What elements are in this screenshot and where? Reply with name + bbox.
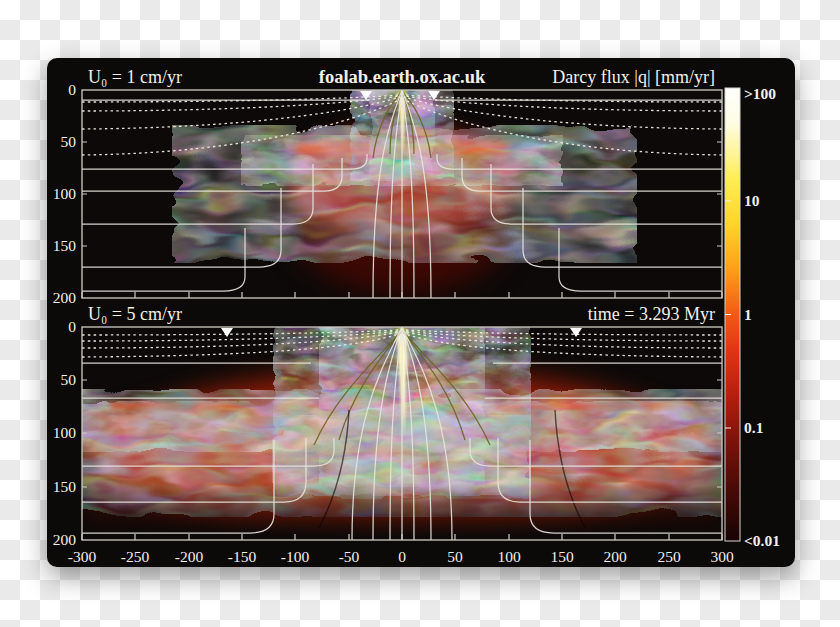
svg-text:-250: -250 bbox=[121, 548, 150, 565]
svg-text:150: 150 bbox=[53, 237, 77, 254]
x-axis-labels: -300 -250 -200 -150 -100 -50 0 50 100 15… bbox=[68, 548, 734, 565]
top-panel-heatmap bbox=[82, 89, 722, 298]
bottom-panel-heatmap bbox=[82, 326, 722, 541]
svg-text:0: 0 bbox=[68, 81, 76, 98]
svg-text:50: 50 bbox=[61, 371, 77, 388]
svg-text:0: 0 bbox=[68, 318, 76, 335]
spreading-rate-label-top: U₀ = 1 cm/yr bbox=[88, 67, 182, 87]
svg-text:50: 50 bbox=[447, 548, 463, 565]
colorbar-label-10: 10 bbox=[744, 192, 760, 209]
colorbar-label-0p1: 0.1 bbox=[744, 419, 763, 436]
svg-text:-50: -50 bbox=[339, 548, 360, 565]
svg-text:-100: -100 bbox=[281, 548, 310, 565]
colorbar-title: Darcy flux |q| [mm/yr] bbox=[552, 67, 715, 87]
svg-text:300: 300 bbox=[710, 548, 734, 565]
svg-text:0: 0 bbox=[398, 548, 406, 565]
svg-text:-200: -200 bbox=[175, 548, 204, 565]
time-label: time = 3.293 Myr bbox=[588, 304, 715, 324]
svg-text:-300: -300 bbox=[68, 548, 97, 565]
svg-text:150: 150 bbox=[53, 478, 77, 495]
svg-text:100: 100 bbox=[53, 424, 77, 441]
y-axis-labels-top: 0 50 100 150 200 bbox=[53, 81, 77, 306]
svg-text:100: 100 bbox=[53, 185, 77, 202]
colorbar: >100 10 1 0.1 <0.01 bbox=[725, 85, 780, 549]
svg-text:100: 100 bbox=[497, 548, 521, 565]
y-axis-labels-bottom: 0 50 100 150 200 bbox=[53, 318, 77, 548]
svg-text:-150: -150 bbox=[228, 548, 257, 565]
colorbar-label-1: 1 bbox=[744, 306, 752, 323]
svg-text:200: 200 bbox=[603, 548, 627, 565]
svg-text:50: 50 bbox=[61, 133, 77, 150]
darcy-flux-plot: >100 10 1 0.1 <0.01 U₀ = 1 cm/yr foalab.… bbox=[47, 58, 795, 567]
svg-text:250: 250 bbox=[657, 548, 681, 565]
spreading-rate-label-bottom: U₀ = 5 cm/yr bbox=[88, 304, 182, 324]
svg-text:150: 150 bbox=[550, 548, 574, 565]
svg-text:200: 200 bbox=[53, 289, 77, 306]
site-title: foalab.earth.ox.ac.uk bbox=[319, 67, 486, 87]
colorbar-label-100: >100 bbox=[744, 85, 776, 102]
svg-text:200: 200 bbox=[53, 531, 77, 548]
colorbar-label-0p01: <0.01 bbox=[744, 532, 780, 549]
simulation-figure: >100 10 1 0.1 <0.01 U₀ = 1 cm/yr foalab.… bbox=[47, 58, 795, 567]
